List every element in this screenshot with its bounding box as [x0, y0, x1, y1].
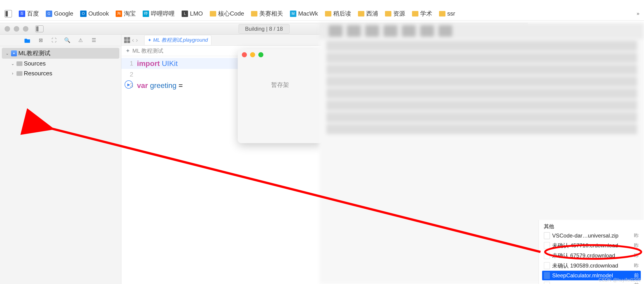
- folder-icon: [16, 71, 22, 76]
- sources-folder-item[interactable]: ⌄ Sources: [0, 59, 121, 68]
- bookmark-label: 资源: [393, 10, 405, 18]
- bookmark-bar: 百百度GGoogleOOutlook淘淘宝哔哔哩哔哩LLMO核心Code美赛相关…: [0, 7, 644, 20]
- finder-file-row[interactable]: 未确认 457710.crdownload昨: [542, 240, 641, 250]
- window-maximize-button[interactable]: [23, 26, 28, 32]
- bookmark-item[interactable]: 资源: [385, 10, 405, 18]
- finder-file-row[interactable]: 未确认 190589.crdownload昨: [542, 261, 641, 271]
- bookmark-item[interactable]: ssr: [439, 10, 455, 17]
- window-minimize-button[interactable]: [250, 52, 255, 57]
- bookmark-label: MacWk: [298, 10, 318, 17]
- related-items-icon[interactable]: [124, 37, 130, 43]
- disclosure-triangle-icon[interactable]: ›: [10, 71, 15, 76]
- bookmark-item[interactable]: 学术: [412, 10, 432, 18]
- folder-icon: [439, 11, 446, 16]
- folder-icon: [16, 62, 22, 66]
- bookmark-label: 稍后读: [333, 10, 351, 18]
- bilibili-icon: 哔: [143, 10, 149, 17]
- bookmark-item[interactable]: MMacWk: [290, 10, 318, 17]
- lmo-icon: L: [182, 10, 188, 17]
- file-time: 昨: [634, 262, 639, 269]
- build-status: Building | 8 / 18: [238, 24, 290, 34]
- test-nav-icon[interactable]: ☰: [91, 37, 97, 44]
- editor-tab[interactable]: ✦ ML 教程测试.playground: [144, 35, 211, 45]
- symbol-nav-icon[interactable]: ⛶: [51, 37, 57, 44]
- folder-icon: [210, 11, 216, 16]
- file-icon: [544, 242, 550, 249]
- folder-icon: [325, 11, 332, 16]
- file-name: 未确认 67579.crdownload: [552, 252, 615, 259]
- bookmark-item[interactable]: 西浦: [358, 10, 378, 18]
- window-maximize-button[interactable]: [258, 52, 263, 57]
- sources-label: Sources: [24, 60, 46, 67]
- file-icon: [544, 262, 550, 269]
- bookmark-label: ssr: [447, 10, 455, 17]
- resources-folder-item[interactable]: › Resources: [0, 68, 121, 78]
- window-minimize-button[interactable]: [14, 26, 19, 32]
- shelf-empty-label: 暂存架: [238, 81, 322, 89]
- navigator-toolbar: ⊠ ⛶ 🔍 ⚠ ☰: [0, 34, 121, 46]
- line-number: 1: [122, 58, 137, 69]
- folder-icon: [358, 11, 364, 16]
- watermark: CSDN @huyifei0205: [598, 277, 641, 283]
- bookmark-item[interactable]: 核心Code: [210, 10, 244, 18]
- taobao-icon: 淘: [116, 10, 122, 17]
- file-icon: [544, 252, 550, 259]
- project-root-item[interactable]: ⌄ ✦ ML教程测试: [2, 48, 119, 59]
- finder-section-heading: 其他: [542, 222, 641, 231]
- file-icon: [544, 232, 550, 239]
- folder-icon: [412, 11, 418, 16]
- sidebar-toggle-icon[interactable]: [4, 10, 12, 18]
- file-icon: [544, 282, 550, 284]
- file-time: 昨: [634, 252, 639, 259]
- bookmark-label: 百度: [27, 10, 39, 18]
- bookmark-label: Google: [54, 10, 73, 17]
- source-control-icon[interactable]: ⊠: [38, 37, 44, 44]
- run-playground-button[interactable]: ▶: [124, 80, 133, 89]
- outlook-icon: O: [80, 10, 86, 17]
- bookmark-label: 核心Code: [218, 10, 244, 18]
- jump-bar-label: ML 教程测试: [132, 47, 163, 54]
- file-name: 未确认 190589.crdownload: [552, 262, 618, 269]
- bookmark-label: 西浦: [366, 10, 378, 18]
- bookmark-overflow-chevron-icon[interactable]: »: [637, 11, 640, 17]
- bookmark-item[interactable]: 百百度: [19, 10, 39, 18]
- file-icon: [544, 272, 550, 279]
- macwk-icon: M: [290, 10, 296, 17]
- search-icon[interactable]: 🔍: [64, 37, 70, 44]
- disclosure-triangle-icon[interactable]: ⌄: [4, 51, 10, 56]
- folder-nav-icon[interactable]: [24, 37, 31, 44]
- bookmark-label: 学术: [420, 10, 432, 18]
- tab-title: ML 教程测试.playground: [153, 37, 208, 44]
- file-name: 未确认 457710.crdownload: [552, 242, 618, 249]
- project-navigator: ⊠ ⛶ 🔍 ⚠ ☰ ⌄ ✦ ML教程测试 ⌄ Sources › Resou: [0, 34, 122, 284]
- shelf-window: 暂存架: [238, 49, 322, 143]
- baidu-icon: 百: [19, 10, 25, 17]
- swift-file-icon: ✦: [126, 48, 130, 54]
- bookmark-item[interactable]: LLMO: [182, 10, 203, 17]
- bookmark-item[interactable]: 淘淘宝: [116, 10, 136, 18]
- issue-nav-icon[interactable]: ⚠: [78, 37, 84, 44]
- finder-file-row[interactable]: 未确认 67579.crdownload昨: [542, 250, 641, 261]
- finder-other-section: 其他 VSCode-dar…universal.zip昨未确认 457710.c…: [539, 220, 644, 284]
- bookmark-item[interactable]: 稍后读: [325, 10, 351, 18]
- bookmark-item[interactable]: OOutlook: [80, 10, 109, 17]
- editor-back-forward[interactable]: ‹ ›: [132, 36, 138, 44]
- google-icon: G: [46, 10, 52, 17]
- finder-file-row[interactable]: VSCode-dar…universal.zip昨: [542, 231, 641, 240]
- bookmark-label: 哔哩哔哩: [151, 10, 175, 18]
- shelf-titlebar: [238, 49, 322, 60]
- panel-toggle-icon[interactable]: [35, 26, 44, 32]
- swift-file-icon: ✦: [148, 37, 152, 43]
- bookmark-item[interactable]: 美赛相关: [251, 10, 283, 18]
- folder-icon: [385, 11, 392, 16]
- window-close-button[interactable]: [242, 52, 247, 57]
- bookmark-label: LMO: [190, 10, 203, 17]
- file-time: 昨: [634, 232, 639, 239]
- window-close-button[interactable]: [4, 26, 10, 32]
- project-root-label: ML教程测试: [18, 49, 50, 57]
- bookmark-item[interactable]: 哔哔哩哔哩: [143, 10, 175, 18]
- disclosure-triangle-icon[interactable]: ⌄: [10, 61, 15, 66]
- swift-project-icon: ✦: [11, 50, 17, 56]
- navigator-tree: ⌄ ✦ ML教程测试 ⌄ Sources › Resources: [0, 46, 121, 80]
- bookmark-item[interactable]: GGoogle: [46, 10, 73, 17]
